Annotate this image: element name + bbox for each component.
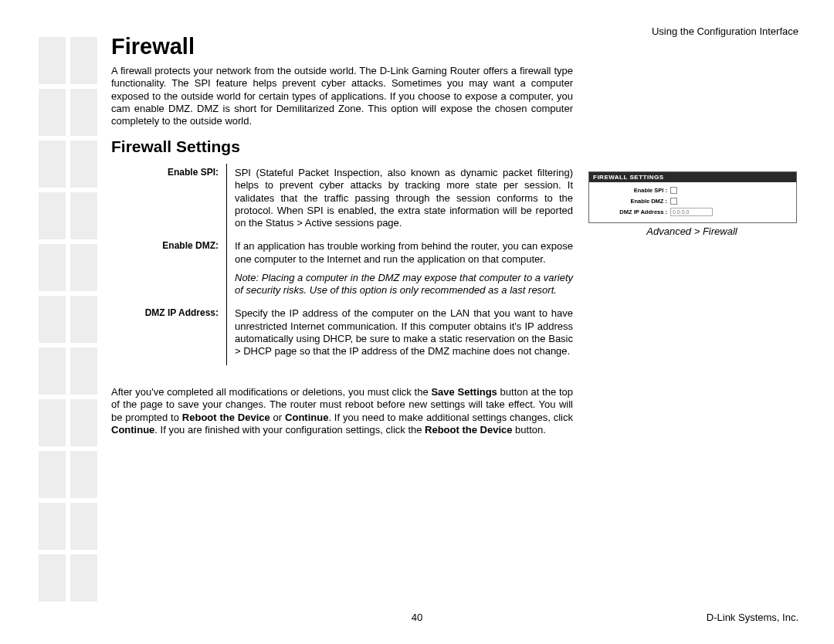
outro-text: After you've completed all modifications… (111, 386, 431, 398)
outro-text: or (270, 412, 285, 423)
outro-bold-continue2: Continue (111, 424, 154, 436)
outro-bold-reboot2: Reboot the Device (425, 424, 512, 436)
input-dmz-ip[interactable]: 0.0.0.0 (670, 208, 713, 216)
desc-enable-dmz-text: If an application has trouble working fr… (235, 240, 573, 264)
panel-label-dmz: Enable DMZ : (594, 198, 670, 205)
label-enable-dmz: Enable DMZ: (111, 237, 226, 304)
section-title: Firewall Settings (111, 137, 240, 156)
checkbox-enable-spi[interactable] (670, 187, 677, 194)
panel-label-ip: DMZ IP Address : (594, 208, 670, 215)
desc-dmz-ip: Specify the IP address of the computer o… (226, 304, 573, 365)
label-enable-spi: Enable SPI: (111, 164, 226, 237)
checkbox-enable-dmz[interactable] (670, 198, 677, 205)
outro-paragraph: After you've completed all modifications… (111, 386, 573, 436)
outro-bold-continue: Continue (285, 412, 328, 423)
desc-enable-dmz: If an application has trouble working fr… (226, 237, 573, 304)
outro-text: . If you are finished with your configur… (154, 424, 425, 436)
outro-text: button. (512, 424, 545, 436)
manual-page: Using the Configuration Interface Firewa… (0, 0, 834, 644)
settings-definitions: Enable SPI: SPI (Stateful Packet Inspect… (111, 164, 573, 365)
panel-label-spi: Enable SPI : (594, 187, 670, 194)
screenshot-caption: Advanced > Firewall (588, 225, 795, 237)
firewall-settings-screenshot: FIREWALL SETTINGS Enable SPI : Enable DM… (588, 171, 797, 223)
outro-bold-save-settings: Save Settings (431, 386, 497, 398)
panel-body: Enable SPI : Enable DMZ : DMZ IP Address… (589, 182, 796, 222)
side-decoration (39, 37, 98, 606)
label-dmz-ip: DMZ IP Address: (111, 304, 226, 365)
intro-paragraph: A firewall protects your network from th… (111, 65, 573, 127)
desc-enable-spi: SPI (Stateful Packet Inspection, also kn… (226, 164, 573, 237)
panel-title: FIREWALL SETTINGS (589, 172, 796, 182)
page-title: Firewall (111, 34, 195, 59)
outro-bold-reboot: Reboot the Device (182, 412, 270, 423)
dmz-note: Note: Placing a computer in the DMZ may … (235, 272, 573, 296)
footer-company: D-Link Systems, Inc. (707, 612, 798, 623)
header-section-path: Using the Configuration Interface (652, 25, 798, 37)
outro-text: . If you need to make additional setting… (328, 412, 573, 423)
